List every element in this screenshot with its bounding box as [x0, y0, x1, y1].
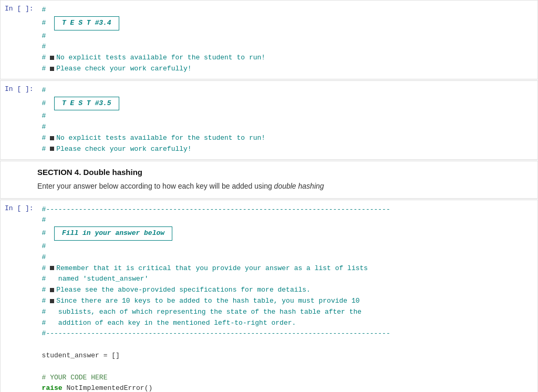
code-blank — [42, 362, 532, 373]
bullet-icon — [50, 147, 54, 151]
bullet-icon — [50, 136, 54, 140]
code-line-indent: # sublists, each of which representing t… — [42, 307, 532, 318]
raise-keyword: raise — [42, 384, 63, 392]
bullet-icon — [50, 299, 54, 303]
raise-error: NotImplementedError() — [66, 384, 152, 392]
code-line-box: # T E S T #3.4 — [42, 16, 532, 31]
code-blank — [42, 339, 532, 350]
code-your-code: # YOUR CODE HERE — [42, 373, 532, 384]
code-line-bullet: # Please check your work carefully! — [42, 64, 532, 75]
cell-code-answer[interactable]: #---------------------------------------… — [37, 200, 537, 392]
cell-markdown-section4: SECTION 4. Double hashing Enter your ans… — [0, 161, 538, 199]
code-line-bullet: # Remember that it is critical that you … — [42, 263, 532, 274]
markdown-content: SECTION 4. Double hashing Enter your ans… — [37, 168, 529, 192]
var-name: student_answer — [42, 352, 99, 359]
code-line: # — [42, 241, 532, 252]
paragraph-text: Enter your answer below according to how… — [37, 182, 274, 190]
cell-label-answer: In [ ]: — [1, 200, 37, 392]
bullet-icon — [50, 56, 54, 60]
code-line: # — [42, 85, 532, 96]
bullet-icon — [50, 67, 54, 71]
code-line-indent: # addition of each key in the mentioned … — [42, 318, 532, 329]
code-dashed-top: #---------------------------------------… — [42, 204, 532, 215]
var-value: [] — [111, 352, 120, 359]
code-line: # — [42, 42, 532, 53]
code-line-bullet: # Please see the above-provided specific… — [42, 285, 532, 296]
cell-code-35[interactable]: # # T E S T #3.5 # # # No explicit tests… — [37, 81, 537, 159]
italic-text: double hashing — [274, 182, 324, 190]
cell-test-34: In [ ]: # # T E S T #3.4 # # # No explic… — [0, 0, 538, 79]
code-line: # — [42, 5, 532, 16]
cell-label-35: In [ ]: — [1, 81, 37, 159]
operator: = — [104, 352, 112, 359]
cell-label-34: In [ ]: — [1, 1, 37, 79]
notebook: In [ ]: # # T E S T #3.4 # # # No explic… — [0, 0, 538, 392]
code-line-bullet: # Please check your work carefully! — [42, 144, 532, 155]
cell-answer: In [ ]: #-------------------------------… — [0, 200, 538, 392]
code-raise: raise NotImplementedError() — [42, 383, 532, 392]
test-label-34: T E S T #3.4 — [54, 16, 119, 30]
bullet-icon — [50, 266, 54, 270]
test-label-35: T E S T #3.5 — [54, 97, 119, 111]
code-line-indent: # named 'student_answer' — [42, 274, 532, 285]
bullet-icon — [50, 288, 54, 292]
code-line: # — [42, 31, 532, 42]
code-line: # — [42, 252, 532, 263]
code-line-bullet: # No explicit tests available for the st… — [42, 53, 532, 64]
code-line-box: # Fill in your answer below — [42, 226, 532, 241]
code-line: # — [42, 111, 532, 122]
section-paragraph: Enter your answer below according to how… — [37, 181, 529, 192]
code-line-bullet: # No explicit tests available for the st… — [42, 133, 532, 144]
code-line: # — [42, 215, 532, 226]
code-line: # — [42, 122, 532, 133]
fill-in-label: Fill in your answer below — [54, 226, 172, 241]
code-dashed-bottom: #---------------------------------------… — [42, 328, 532, 339]
section-heading: SECTION 4. Double hashing — [37, 168, 529, 177]
code-assignment: student_answer = [] — [42, 350, 532, 362]
cell-test-35: In [ ]: # # T E S T #3.5 # # # No explic… — [0, 80, 538, 160]
code-line-bullet: # Since there are 10 keys to be added to… — [42, 296, 532, 307]
code-line-box: # T E S T #3.5 — [42, 96, 532, 111]
cell-code-34[interactable]: # # T E S T #3.4 # # # No explicit tests… — [37, 1, 537, 79]
